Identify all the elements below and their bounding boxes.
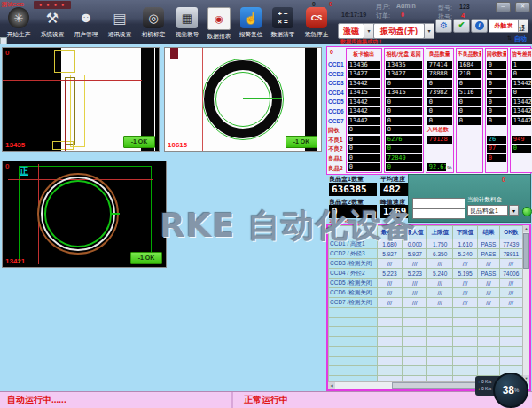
- stats-value-box: 13442: [512, 107, 531, 115]
- measure-name-cell: [329, 337, 378, 347]
- info-button[interactable]: i: [471, 19, 488, 33]
- auto-spinner-icon[interactable]: ⇅: [507, 35, 512, 41]
- measure-row: [329, 327, 523, 337]
- settings-gear-button[interactable]: ⚙: [435, 19, 452, 33]
- measure-value-cell: [452, 357, 477, 366]
- close-button[interactable]: ✕: [515, 2, 530, 12]
- stats-cell: [512, 163, 531, 173]
- measure-value-cell: ///: [478, 288, 499, 298]
- excite-button[interactable]: 激磁: [338, 23, 364, 39]
- upload-speed: 0 K/s: [481, 379, 491, 384]
- measure-value-cell: [452, 366, 477, 376]
- stats-value-box: 210: [458, 70, 481, 78]
- user-label: 用户:: [376, 3, 390, 12]
- trigger-mode-select[interactable]: 外触发: [489, 19, 519, 33]
- toolbar-item-start-production[interactable]: ✳开始生产: [2, 7, 35, 39]
- toolbar-item-user-management[interactable]: ☻用户管理: [69, 7, 103, 39]
- current-box-dropdown-icon[interactable]: ▾: [509, 205, 519, 216]
- main-area: 0 13435 -1 OK 10615 -1 OK 正 0 13421 -1 O…: [0, 44, 532, 391]
- stats-value-box: 0: [487, 117, 506, 125]
- stats-cell: [458, 153, 481, 163]
- measure-value-cell: [377, 318, 402, 327]
- model-label: 型号:: [438, 4, 452, 12]
- camera-index: 0: [5, 49, 9, 57]
- toolbar-item-label: 视觉教导: [171, 30, 203, 39]
- stats-cell: 0: [487, 88, 506, 98]
- toolbar-item-system-settings[interactable]: ⚒系统设置: [35, 7, 69, 39]
- minimize-button[interactable]: ─: [496, 2, 511, 12]
- stats-cell: [512, 126, 531, 136]
- stats-cell: 0: [348, 126, 380, 136]
- hopper-input-1[interactable]: [412, 198, 466, 208]
- stats-value-box: 26: [487, 136, 506, 144]
- lot-value: 4: [461, 12, 465, 19]
- measure-row: [329, 366, 523, 376]
- measure-value-cell: ///: [403, 279, 427, 288]
- scroll-left-icon[interactable]: ◀: [328, 382, 335, 389]
- toolbar-item-vision-teaching[interactable]: ▦视觉教导: [170, 7, 204, 39]
- measure-value-cell: PASS: [478, 239, 499, 249]
- measure-value-cell: ///: [427, 259, 452, 269]
- measure-name-cell: CCD5 /检测关闭: [329, 279, 378, 288]
- stats-column-header: 不良品数量: [458, 49, 481, 60]
- measure-value-cell: [427, 337, 452, 347]
- roi-rect: [54, 50, 75, 73]
- stats-value-box: 77414: [427, 61, 452, 69]
- vibrator-button[interactable]: 振动盘(开): [373, 23, 425, 39]
- current-box-select[interactable]: 良品料盒1: [467, 205, 508, 216]
- hopper-zero: 0: [502, 177, 505, 183]
- measure-row: CCD4 / 外径25.2235.2235.2405.195PASS74006: [329, 269, 523, 279]
- order-label: 订单:: [376, 12, 390, 20]
- stats-cell: 77414: [427, 60, 452, 70]
- stats-cell: 0: [386, 163, 422, 173]
- vertical-scrollbar[interactable]: ▲ ▼: [522, 225, 529, 382]
- measure-value-cell: [499, 327, 522, 337]
- report-icon: ◉: [207, 7, 231, 30]
- toolbar-item-comm-settings[interactable]: ▤通讯设置: [103, 7, 137, 39]
- server-icon: ▤: [109, 7, 130, 28]
- hopper-input-2[interactable]: [412, 208, 466, 219]
- toolbar-item-data-report[interactable]: ◉数据报表: [202, 7, 236, 41]
- stats-cell: 97: [487, 145, 506, 154]
- measure-value-cell: ///: [377, 298, 402, 308]
- toolbar-item-camera-calibration[interactable]: ◎相机标定: [137, 7, 170, 39]
- camera-view-1: 0 13435 -1 OK: [2, 47, 160, 152]
- stats-cell: 0: [512, 145, 531, 154]
- toolbar-item-data-clear[interactable]: + − × =数据清零: [266, 7, 300, 39]
- memory-usage-ball[interactable]: 38 %: [493, 373, 528, 408]
- toolbar-item-label: 紧急停止: [301, 30, 332, 39]
- measure-value-cell: [478, 357, 499, 366]
- toolbar-item-alarm-reset[interactable]: ☝报警复位: [234, 7, 268, 39]
- scroll-up-icon[interactable]: ▲: [523, 225, 529, 232]
- stats-row-label: CCD2: [328, 70, 344, 80]
- stats-cell: 72849: [386, 153, 422, 163]
- stats-columns: 板卡输出134361342713442134151344213442134420…: [346, 48, 532, 173]
- confirm-button[interactable]: ✔: [453, 19, 470, 33]
- measure-value-cell: 5.223: [403, 269, 427, 279]
- v-scroll-thumb[interactable]: [523, 233, 529, 269]
- measure-value-cell: ///: [499, 298, 522, 308]
- stats-column-3: 良品数量7741478888073982000入料总数7912892.67%: [426, 48, 454, 173]
- stats-value-box: 0: [348, 145, 380, 153]
- orientation-flag: 正: [20, 165, 28, 177]
- h-scroll-thumb[interactable]: [392, 382, 481, 389]
- stats-row-label: CCD5: [328, 98, 344, 107]
- stats-cell: 13442: [348, 79, 380, 89]
- stats-cell: 13442: [348, 98, 380, 107]
- measure-value-cell: ///: [403, 298, 427, 308]
- vibrator-dropdown-icon[interactable]: ▾: [424, 23, 434, 39]
- toolbar-item-label: 用户管理: [70, 30, 102, 39]
- measure-header-cell: 结果: [478, 226, 499, 239]
- toolbar-item-label: 数据清零: [267, 30, 299, 39]
- stats-row-label: 不良1: [328, 136, 344, 145]
- measure-value-cell: [403, 347, 427, 357]
- stats-value-box: 0: [386, 163, 422, 171]
- measure-row: [329, 308, 523, 318]
- stats-column-6: 信号差异101344201344213442134429490: [510, 48, 532, 173]
- stats-cell: 13415: [348, 88, 380, 98]
- measure-value-cell: 6.350: [427, 249, 452, 259]
- usage-percent: 38: [503, 384, 514, 396]
- measure-name-cell: [329, 327, 378, 337]
- toolbar-item-emergency-stop[interactable]: CS紧急停止: [300, 7, 333, 39]
- measure-value-cell: [499, 318, 522, 327]
